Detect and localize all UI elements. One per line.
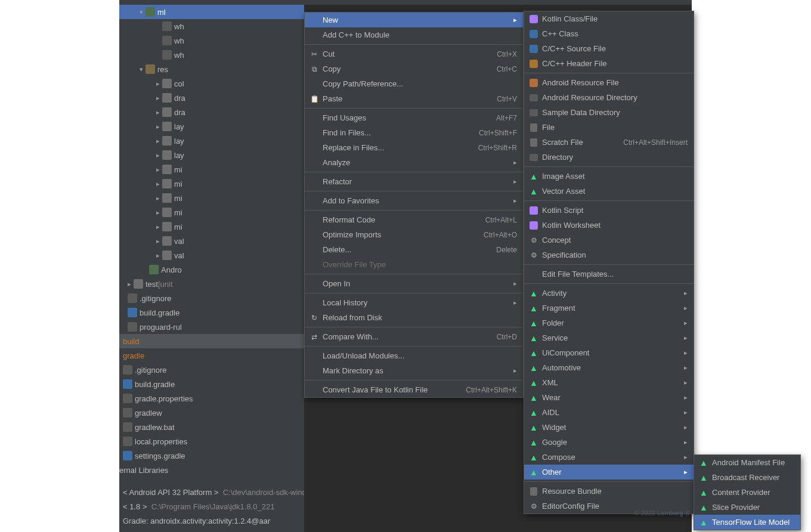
shortcut-label: Ctrl+Alt+Shift+Insert (623, 138, 688, 147)
context-menu-item[interactable]: Optimize ImportsCtrl+Alt+O (305, 227, 523, 242)
tree-item-android[interactable]: Andro (119, 262, 304, 277)
tree-item[interactable]: wh (119, 48, 304, 62)
context-menu-item[interactable]: Load/Unload Modules... (305, 348, 523, 363)
other-menu-item[interactable]: ▲Slice Provider (694, 500, 800, 515)
new-menu-item[interactable]: ▲AIDL▸ (524, 405, 694, 420)
menu-label: Broadcast Receiver (712, 473, 794, 482)
new-menu-item[interactable]: Android Resource File (524, 75, 694, 90)
tree-item[interactable]: gradlew.bat (119, 420, 304, 434)
chevron-right-icon: ▸ (154, 137, 162, 145)
tree-subfolder[interactable]: ▸val (119, 248, 304, 262)
tree-subfolder[interactable]: ▸mi (119, 191, 304, 205)
context-menu-item[interactable]: Find UsagesAlt+F7 (305, 110, 523, 125)
new-menu-item[interactable]: C++ Class (524, 26, 694, 41)
context-menu-item[interactable]: Analyze▸ (305, 155, 523, 170)
tree-subfolder[interactable]: ▸mi (119, 162, 304, 177)
new-menu-item[interactable]: Kotlin Script (524, 203, 694, 218)
tree-folder-ml[interactable]: ▾ ml (119, 5, 304, 19)
context-menu-item[interactable]: 📋PasteCtrl+V (305, 91, 523, 106)
context-menu-item[interactable]: Reformat CodeCtrl+Alt+L (305, 212, 523, 227)
context-menu-item[interactable]: Open In▸ (305, 276, 523, 291)
tree-ext-lib[interactable]: ernal Libraries (119, 463, 304, 477)
other-menu-item[interactable]: ▲Broadcast Receiver (694, 470, 800, 485)
context-menu-item[interactable]: Copy Path/Reference... (305, 76, 523, 91)
project-tree[interactable]: ▾ ml wh wh wh ▾ res ▸col▸dra▸dra▸lay▸lay… (119, 0, 304, 532)
other-menu-item[interactable]: ▲Android Manifest File (694, 455, 800, 470)
tree-item[interactable]: gradlew (119, 406, 304, 420)
tree-item[interactable]: wh (119, 19, 304, 33)
tree-subfolder[interactable]: ▸col (119, 76, 304, 91)
other-menu-item[interactable]: ▲Content Provider (694, 485, 800, 500)
new-menu-item[interactable]: C/C++ Header File (524, 56, 694, 71)
tree-folder-gradle[interactable]: gradle (119, 348, 304, 363)
tree-item[interactable]: .gitignore (119, 291, 304, 305)
new-menu-item[interactable]: ▲Service▸ (524, 330, 694, 345)
tree-folder-res[interactable]: ▾ res (119, 62, 304, 76)
new-menu-item[interactable]: ⚙Specification (524, 248, 694, 262)
context-menu-item[interactable]: ⧉CopyCtrl+C (305, 61, 523, 76)
tree-item[interactable]: build.gradle (119, 305, 304, 320)
tree-item[interactable]: proguard-rul (119, 320, 304, 334)
new-menu-item[interactable]: ▲XML▸ (524, 375, 694, 390)
context-menu-item[interactable]: Find in Files...Ctrl+Shift+F (305, 125, 523, 140)
new-menu-item[interactable]: ▲Fragment▸ (524, 301, 694, 316)
menu-label: File (542, 123, 688, 132)
new-menu-item[interactable]: Directory (524, 150, 694, 165)
tree-subfolder[interactable]: ▸mi (119, 205, 304, 219)
new-menu-item[interactable]: Resource Bundle (524, 484, 694, 499)
tree-subfolder[interactable]: ▸dra (119, 91, 304, 105)
context-menu-item[interactable]: Convert Java File to Kotlin FileCtrl+Alt… (305, 382, 523, 397)
new-menu-item[interactable]: File (524, 120, 694, 135)
new-menu-item[interactable]: Android Resource Directory (524, 90, 694, 105)
context-menu-item[interactable]: Refactor▸ (305, 174, 523, 189)
new-menu-item[interactable]: ▲UiComponent▸ (524, 345, 694, 360)
context-menu-item[interactable]: ⇄Compare With...Ctrl+D (305, 329, 523, 344)
context-menu-item[interactable]: Add C++ to Module (305, 27, 523, 42)
other-menu-item[interactable]: ▲TensorFlow Lite Model (694, 515, 800, 530)
tree-item[interactable]: wh (119, 33, 304, 48)
new-menu-item[interactable]: C/C++ Source File (524, 41, 694, 56)
new-menu-item[interactable]: ▲Automotive▸ (524, 360, 694, 375)
new-menu-item[interactable]: Edit File Templates... (524, 267, 694, 282)
tree-item[interactable]: gradle.properties (119, 391, 304, 406)
new-menu-item[interactable]: ▲Other▸ (524, 465, 694, 480)
context-menu-item[interactable]: Replace in Files...Ctrl+Shift+R (305, 140, 523, 155)
context-menu[interactable]: New▸Add C++ to Module✂CutCtrl+X⧉CopyCtrl… (304, 12, 524, 398)
context-menu-item[interactable]: Add to Favorites▸ (305, 193, 523, 208)
tree-subfolder[interactable]: ▸dra (119, 105, 304, 119)
new-menu-item[interactable]: ▲Wear▸ (524, 390, 694, 405)
new-submenu[interactable]: Kotlin Class/FileC++ ClassC/C++ Source F… (524, 11, 694, 514)
new-menu-item[interactable]: ▲Widget▸ (524, 420, 694, 435)
tree-subfolder[interactable]: ▸mi (119, 177, 304, 191)
tree-subfolder[interactable]: ▸mi (119, 219, 304, 234)
new-menu-item[interactable]: Kotlin Worksheet (524, 218, 694, 233)
other-submenu[interactable]: ▲Android Manifest File▲Broadcast Receive… (694, 454, 801, 530)
new-menu-item[interactable]: ▲Folder▸ (524, 316, 694, 330)
tree-item[interactable]: build.gradle (119, 377, 304, 391)
context-menu-item[interactable]: Local History▸ (305, 295, 523, 310)
new-menu-item[interactable]: ▲Google▸ (524, 435, 694, 450)
tree-subfolder[interactable]: ▸lay (119, 148, 304, 162)
context-menu-item[interactable]: ↻Reload from Disk (305, 310, 523, 325)
new-menu-item[interactable]: Scratch FileCtrl+Alt+Shift+Insert (524, 135, 694, 150)
context-menu-item[interactable]: Mark Directory as▸ (305, 363, 523, 378)
tree-item[interactable]: .gitignore (119, 363, 304, 377)
tree-subfolder[interactable]: ▸val (119, 234, 304, 248)
new-menu-item[interactable]: ▲Vector Asset (524, 184, 694, 199)
new-menu-item[interactable]: Sample Data Directory (524, 105, 694, 120)
tree-folder-test[interactable]: ▸ test [unit (119, 277, 304, 291)
context-menu-item[interactable]: New▸ (305, 13, 523, 27)
new-menu-item[interactable]: ⚙Concept (524, 233, 694, 248)
tree-item[interactable]: settings.gradle (119, 449, 304, 463)
tree-folder-build[interactable]: build (119, 334, 304, 348)
tree-subfolder[interactable]: ▸lay (119, 134, 304, 148)
new-menu-item[interactable]: ▲Activity▸ (524, 286, 694, 301)
tree-subfolder[interactable]: ▸lay (119, 119, 304, 134)
new-menu-item[interactable]: ▲Compose▸ (524, 450, 694, 465)
chevron-right-icon: ▸ (154, 223, 162, 231)
context-menu-item[interactable]: ✂CutCtrl+X (305, 47, 523, 61)
new-menu-item[interactable]: Kotlin Class/File (524, 11, 694, 26)
tree-item[interactable]: local.properties (119, 434, 304, 449)
context-menu-item[interactable]: Delete...Delete (305, 242, 523, 257)
new-menu-item[interactable]: ▲Image Asset (524, 169, 694, 184)
